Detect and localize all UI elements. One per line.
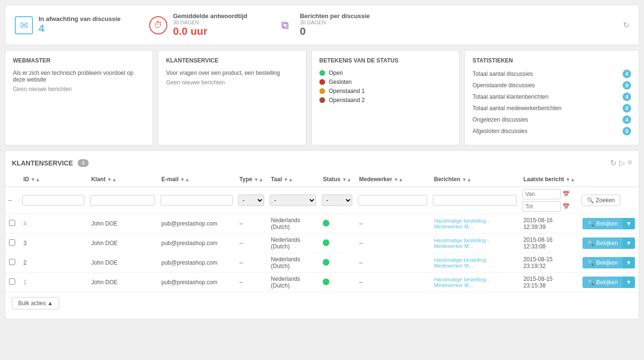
- th-id[interactable]: ID ▼▲: [20, 172, 87, 187]
- row-taal: Nederlands (Dutch): [267, 214, 319, 234]
- bulk-acties-button[interactable]: Bulk acties ▲: [12, 297, 59, 309]
- stat-row-afgesloten: Afgesloten discussies 0: [472, 127, 631, 135]
- row-checkbox[interactable]: [9, 220, 15, 226]
- bekijken-btn-group: 🔍 Bekijken ▼: [583, 257, 635, 268]
- filter-id-input[interactable]: [22, 195, 84, 206]
- row-taal: Nederlands (Dutch): [267, 253, 319, 273]
- table-terminal-icon[interactable]: ▷: [619, 158, 625, 167]
- stat-label-afgesloten: Afgesloten discussies: [472, 128, 527, 134]
- dot-orange2: [319, 97, 325, 103]
- search-button[interactable]: 🔍 Zoeken: [582, 195, 620, 206]
- avg-response-label: Gemiddelde antwoordtijd: [173, 12, 247, 20]
- table-header-row: ID ▼▲ Klant ▼▲ E-mail ▼▲ Type ▼▲ Taal ▼▲…: [5, 172, 639, 187]
- th-medewerker[interactable]: Medewerker ▼▲: [355, 172, 430, 187]
- filter-email-input[interactable]: [161, 195, 233, 206]
- row-checkbox[interactable]: [9, 259, 15, 265]
- row-berichten: Handmatige bestelling - Medewerker M....: [430, 234, 519, 253]
- row-last-msg: 2015-08-1523:15:38: [520, 273, 579, 292]
- row-actions: 🔍 Bekijken ▼: [579, 214, 639, 234]
- th-taal[interactable]: Taal ▼▲: [267, 172, 319, 187]
- bekijken-dropdown-button[interactable]: ▼: [623, 237, 635, 249]
- messages-per-discussion-label: Berichten per discussie: [300, 12, 370, 20]
- webmaster-title: WEBMASTER: [13, 57, 145, 64]
- row-id-link[interactable]: 1: [23, 279, 27, 286]
- stat-label-ongelezen: Ongelezen discussies: [472, 116, 528, 123]
- row-taal: Nederlands (Dutch): [267, 234, 319, 253]
- filter-van-input[interactable]: [522, 189, 561, 199]
- sort-laatste-bericht-icon: ▼▲: [566, 177, 575, 182]
- stat-row-medewerker-berichten: Totaal aantal medewerkerberichten 0: [472, 104, 631, 113]
- calendar-to-icon[interactable]: 📅: [562, 203, 570, 210]
- row-checkbox[interactable]: [9, 278, 15, 285]
- waiting-text: In afwachting van discussie 4: [39, 15, 121, 35]
- stat-badge-total-discussions: 4: [623, 70, 631, 78]
- bekijken-button[interactable]: 🔍 Bekijken: [583, 237, 623, 249]
- filter-klant-input[interactable]: [90, 195, 154, 206]
- date-filter-container: 📅 📅: [522, 189, 576, 212]
- table-title: KLANTENSERVICE: [12, 159, 73, 167]
- row-status: [319, 273, 355, 292]
- table-count-badge: 4: [78, 159, 89, 167]
- filter-taal-select[interactable]: -: [270, 195, 316, 206]
- row-checkbox-cell: [5, 253, 20, 273]
- stat-row-total-discussions: Totaal aantal discussies 4: [472, 70, 631, 78]
- row-taal: Nederlands (Dutch): [267, 273, 319, 292]
- row-type: --: [235, 253, 267, 273]
- date-to-row: 📅: [522, 201, 576, 212]
- th-klant[interactable]: Klant ▼▲: [87, 172, 157, 187]
- row-type: --: [235, 214, 267, 234]
- table-refresh-icon[interactable]: ↻: [610, 158, 616, 167]
- table-filter-row: -- - -: [5, 187, 639, 214]
- filter-medewerker-cell: [355, 187, 430, 214]
- table-row: 3 John DOE pub@prestashop.com -- Nederla…: [5, 234, 639, 253]
- stat-badge-klant-berichten: 4: [623, 93, 631, 101]
- filter-tot-input[interactable]: [522, 201, 561, 212]
- top-stats-bar: ✉ In afwachting van discussie 4 ⏱ Gemidd…: [5, 5, 639, 45]
- row-berichten: Handmatige bestelling - Medewerker M....: [430, 253, 519, 273]
- dot-red: [319, 79, 325, 85]
- th-berichten[interactable]: Berichten ▼▲: [430, 172, 519, 187]
- row-type: --: [235, 234, 267, 253]
- statistics-title: STATISTIEKEN: [472, 57, 631, 64]
- klantenservice-table: ID ▼▲ Klant ▼▲ E-mail ▼▲ Type ▼▲ Taal ▼▲…: [5, 172, 639, 292]
- calendar-from-icon[interactable]: 📅: [562, 191, 570, 197]
- stat-label-total-discussions: Totaal aantal discussies: [472, 71, 533, 77]
- bekijken-button[interactable]: 🔍 Bekijken: [583, 277, 623, 288]
- table-action-buttons[interactable]: ↻ ▷ ≡: [610, 158, 632, 167]
- dot-orange1: [319, 88, 325, 94]
- filter-taal-cell: -: [267, 187, 319, 214]
- row-checkbox[interactable]: [9, 239, 15, 246]
- th-laatste-bericht[interactable]: Laatste bericht ▼▲: [520, 172, 579, 187]
- webmaster-description: Als er zich een technisch probleem voord…: [13, 70, 145, 83]
- klantenservice-table-section: KLANTENSERVICE 4 ↻ ▷ ≡ ID ▼▲ Klant ▼▲ E-…: [5, 150, 639, 319]
- row-id-link[interactable]: 4: [23, 220, 27, 227]
- th-status[interactable]: Status ▼▲: [319, 172, 355, 187]
- filter-type-select[interactable]: -: [238, 195, 264, 206]
- row-id: 4: [20, 214, 87, 234]
- filter-medewerker-input[interactable]: [358, 195, 427, 206]
- row-berichten: Handmatige bestelling - Medewerker M....: [430, 273, 519, 292]
- bekijken-button[interactable]: 🔍 Bekijken: [583, 257, 623, 268]
- filter-berichten-cell: [430, 187, 519, 214]
- th-email[interactable]: E-mail ▼▲: [158, 172, 236, 187]
- status-dot: [323, 278, 329, 285]
- bekijken-button[interactable]: 🔍 Bekijken: [583, 218, 623, 229]
- bekijken-dropdown-button[interactable]: ▼: [623, 277, 635, 288]
- bekijken-dropdown-button[interactable]: ▼: [623, 257, 635, 268]
- status-list: Open Gesloten Openstaand 1 Openstaand 2: [319, 70, 451, 103]
- table-columns-icon[interactable]: ≡: [628, 158, 632, 167]
- th-type[interactable]: Type ▼▲: [235, 172, 267, 187]
- status-gesloten: Gesloten: [319, 79, 451, 85]
- filter-status-select[interactable]: -: [322, 195, 352, 206]
- status-meaning-card: BETEKENIS VAN DE STATUS Open Gesloten Op…: [311, 50, 460, 145]
- messages-per-discussion-text: Berichten per discussie 30 DAGEN 0: [300, 12, 370, 38]
- webmaster-no-messages: Geen nieuwe berichten: [13, 86, 145, 93]
- filter-berichten-input[interactable]: [433, 195, 516, 206]
- filter-search-cell: 🔍 Zoeken: [579, 187, 639, 214]
- row-checkbox-cell: [5, 273, 20, 292]
- sort-berichten-icon: ▼▲: [462, 177, 471, 182]
- top-refresh-button[interactable]: ↻: [623, 21, 629, 30]
- bekijken-btn-group: 🔍 Bekijken ▼: [583, 218, 635, 229]
- sort-medewerker-icon: ▼▲: [394, 177, 403, 182]
- bekijken-dropdown-button[interactable]: ▼: [623, 218, 635, 229]
